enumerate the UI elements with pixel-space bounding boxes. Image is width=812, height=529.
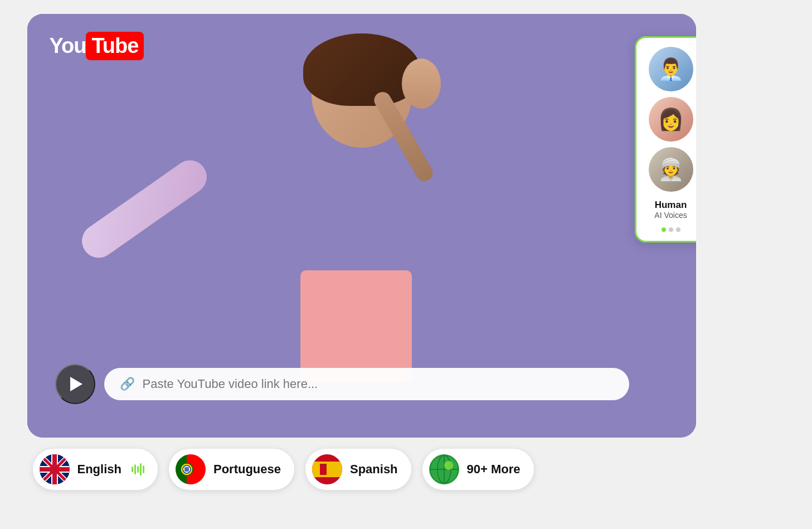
lang-name-english: English <box>77 462 121 477</box>
ai-voices-label: Human AI Voices <box>654 200 687 220</box>
flag-english <box>40 454 70 484</box>
avatar-2[interactable]: 👩 <box>649 97 693 142</box>
svg-rect-17 <box>320 464 327 466</box>
lang-name-spanish: Spanish <box>350 462 398 477</box>
lang-badge-portuguese[interactable]: Portuguese <box>169 449 294 490</box>
play-button[interactable] <box>55 364 95 404</box>
youtube-tube-text: Tube <box>91 34 138 58</box>
url-bar: 🔗 <box>55 364 629 404</box>
human-label: Human <box>654 200 687 211</box>
world-icon-svg <box>429 454 459 484</box>
lang-badge-spanish[interactable]: Spanish <box>305 449 411 490</box>
lang-name-portuguese: Portuguese <box>213 462 281 477</box>
uk-flag-svg <box>40 454 70 484</box>
main-container: You Tube 🔗 👨‍💼 👩 👳 <box>27 14 785 516</box>
dot-2 <box>676 227 680 232</box>
youtube-you-text: You <box>50 34 86 58</box>
dots-indicator <box>662 227 680 232</box>
svg-rect-15 <box>312 462 342 477</box>
lang-name-more: 90+ More <box>467 462 521 477</box>
person-hand <box>402 59 441 109</box>
lang-badge-english[interactable]: English <box>33 449 158 490</box>
dot-active <box>662 227 666 232</box>
ai-voices-sub-label: AI Voices <box>654 211 687 220</box>
english-waveform <box>132 463 144 475</box>
lang-badge-more[interactable]: 90+ More <box>422 449 534 490</box>
flag-more <box>429 454 459 484</box>
avatar-3[interactable]: 👳 <box>649 147 693 192</box>
skateboard-illustration <box>75 153 213 264</box>
language-row: English Portuguese <box>27 449 785 490</box>
video-card: You Tube 🔗 👨‍💼 👩 👳 <box>27 14 696 438</box>
flag-spanish <box>312 454 342 484</box>
wave-bar-1 <box>132 467 133 472</box>
person-hair <box>303 33 420 106</box>
url-input-wrapper[interactable]: 🔗 <box>104 368 629 400</box>
play-icon <box>70 377 82 391</box>
youtube-url-input[interactable] <box>143 377 614 391</box>
dot-1 <box>669 227 673 232</box>
es-flag-svg <box>312 454 342 484</box>
youtube-logo: You Tube <box>50 32 144 60</box>
pt-flag-svg <box>176 454 206 484</box>
wave-bar-3 <box>137 466 139 473</box>
ai-voices-panel[interactable]: 👨‍💼 👩 👳 Human AI Voices <box>635 36 696 242</box>
svg-rect-13 <box>184 467 189 472</box>
svg-point-23 <box>444 461 453 470</box>
avatar-1[interactable]: 👨‍💼 <box>649 47 693 91</box>
wave-bar-5 <box>143 465 144 473</box>
wave-bar-2 <box>134 464 136 474</box>
link-icon: 🔗 <box>120 377 135 391</box>
wave-bar-4 <box>140 463 142 475</box>
youtube-tube-box: Tube <box>86 32 144 60</box>
flag-portuguese <box>176 454 206 484</box>
